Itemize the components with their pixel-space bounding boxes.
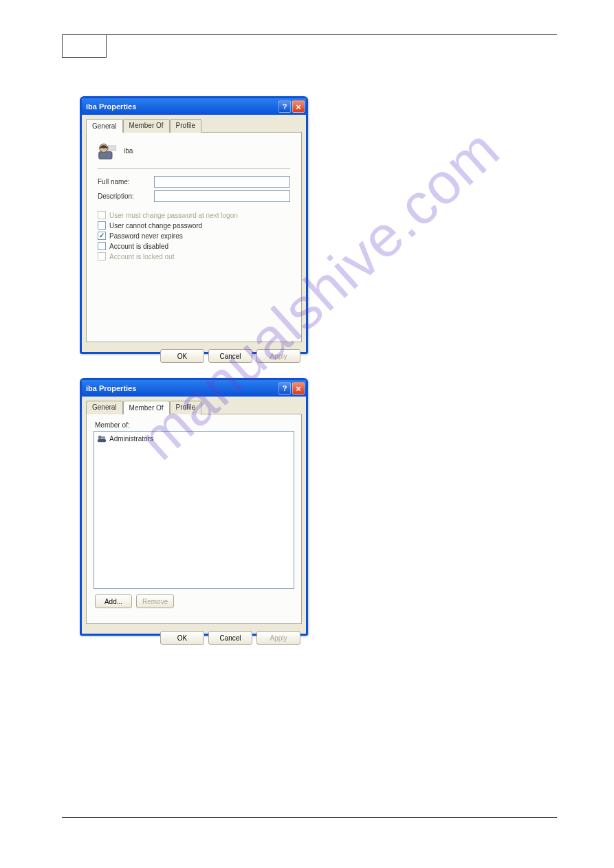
list-button-row: Add... Remove xyxy=(95,594,294,608)
titlebar[interactable]: iba Properties ? × xyxy=(82,98,306,115)
cancel-button[interactable]: Cancel xyxy=(208,631,252,645)
page-header-box xyxy=(62,34,107,58)
window-title: iba Properties xyxy=(86,102,277,111)
checkbox-icon xyxy=(98,211,106,219)
check-must-change-password: User must change password at next logon xyxy=(98,211,290,219)
check-password-never-expires[interactable]: ✓ Password never expires xyxy=(98,232,290,240)
tab-general[interactable]: General xyxy=(86,401,123,414)
checkbox-icon[interactable]: ✓ xyxy=(98,232,106,240)
tab-strip: General Member Of Profile xyxy=(82,115,306,133)
full-name-label: Full name: xyxy=(98,178,154,186)
titlebar[interactable]: iba Properties ? × xyxy=(82,380,306,397)
checkbox-icon[interactable] xyxy=(98,242,106,250)
window-title: iba Properties xyxy=(86,384,277,392)
checkbox-label: Account is locked out xyxy=(109,253,175,260)
check-account-locked-out: Account is locked out xyxy=(98,252,290,260)
user-icon xyxy=(98,141,117,160)
apply-button[interactable]: Apply xyxy=(256,349,300,363)
svg-rect-0 xyxy=(99,152,112,159)
dialog-button-row: OK Cancel Apply xyxy=(82,346,306,367)
svg-point-3 xyxy=(98,436,102,439)
apply-button[interactable]: Apply xyxy=(256,631,300,645)
full-name-input[interactable] xyxy=(154,176,290,188)
full-name-row: Full name: xyxy=(98,176,290,188)
tab-profile[interactable]: Profile xyxy=(170,119,201,133)
ok-button[interactable]: OK xyxy=(160,631,204,645)
help-button[interactable]: ? xyxy=(278,382,291,394)
close-button[interactable]: × xyxy=(292,100,305,113)
description-label: Description: xyxy=(98,192,154,200)
tab-member-of[interactable]: Member Of xyxy=(123,401,170,414)
add-button[interactable]: Add... xyxy=(95,594,132,608)
svg-rect-5 xyxy=(98,439,106,442)
group-icon xyxy=(97,434,107,443)
list-item[interactable]: Administrators xyxy=(96,433,292,444)
check-account-disabled[interactable]: Account is disabled xyxy=(98,242,290,250)
tab-general[interactable]: General xyxy=(86,119,123,133)
svg-rect-2 xyxy=(109,146,116,151)
close-button[interactable]: × xyxy=(292,382,305,394)
checkbox-icon xyxy=(98,252,106,260)
cancel-button[interactable]: Cancel xyxy=(208,349,252,363)
remove-button[interactable]: Remove xyxy=(136,594,174,608)
checkbox-label: User cannot change password xyxy=(109,222,202,230)
tab-panel-member-of: Member of: Administrators Add... Remove xyxy=(86,414,302,624)
user-header: iba xyxy=(94,140,294,168)
checkbox-label: User must change password at next logon xyxy=(109,212,238,219)
ok-button[interactable]: OK xyxy=(160,349,204,363)
member-of-label: Member of: xyxy=(95,421,294,429)
dialog-button-row: OK Cancel Apply xyxy=(82,628,306,649)
checkbox-icon[interactable] xyxy=(98,221,106,230)
member-of-listbox[interactable]: Administrators xyxy=(94,431,294,589)
properties-dialog-general: iba Properties ? × General Member Of Pro… xyxy=(80,96,308,354)
description-row: Description: xyxy=(98,190,290,202)
help-button[interactable]: ? xyxy=(278,100,291,113)
properties-dialog-member-of: iba Properties ? × General Member Of Pro… xyxy=(80,378,308,636)
tab-panel-general: iba Full name: Description: User must ch… xyxy=(86,132,302,342)
check-cannot-change-password[interactable]: User cannot change password xyxy=(98,221,290,230)
checkbox-label: Account is disabled xyxy=(109,243,168,250)
list-item-label: Administrators xyxy=(109,435,153,443)
tab-member-of[interactable]: Member Of xyxy=(123,119,170,133)
user-name-label: iba xyxy=(124,147,133,155)
checkbox-label: Password never expires xyxy=(109,232,183,240)
divider xyxy=(98,168,290,169)
tab-profile[interactable]: Profile xyxy=(170,401,201,414)
tab-strip: General Member Of Profile xyxy=(82,397,306,414)
description-input[interactable] xyxy=(154,190,290,202)
